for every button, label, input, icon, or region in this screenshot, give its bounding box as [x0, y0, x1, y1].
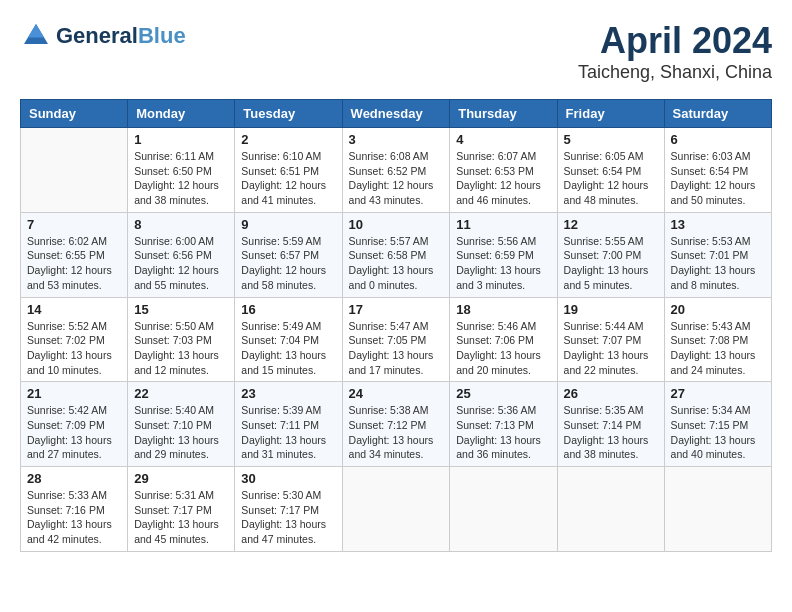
weekday-header: Tuesday: [235, 100, 342, 128]
day-info: Sunrise: 5:33 AMSunset: 7:16 PMDaylight:…: [27, 488, 121, 547]
day-info: Sunrise: 5:34 AMSunset: 7:15 PMDaylight:…: [671, 403, 765, 462]
day-number: 8: [134, 217, 228, 232]
day-info: Sunrise: 5:40 AMSunset: 7:10 PMDaylight:…: [134, 403, 228, 462]
weekday-header: Saturday: [664, 100, 771, 128]
calendar-cell: 24Sunrise: 5:38 AMSunset: 7:12 PMDayligh…: [342, 382, 450, 467]
day-number: 6: [671, 132, 765, 147]
logo-text: GeneralBlue: [56, 24, 186, 48]
day-number: 12: [564, 217, 658, 232]
calendar-week-row: 1Sunrise: 6:11 AMSunset: 6:50 PMDaylight…: [21, 128, 772, 213]
day-info: Sunrise: 5:55 AMSunset: 7:00 PMDaylight:…: [564, 234, 658, 293]
day-number: 27: [671, 386, 765, 401]
day-info: Sunrise: 5:50 AMSunset: 7:03 PMDaylight:…: [134, 319, 228, 378]
day-info: Sunrise: 5:46 AMSunset: 7:06 PMDaylight:…: [456, 319, 550, 378]
weekday-header: Friday: [557, 100, 664, 128]
day-number: 1: [134, 132, 228, 147]
day-info: Sunrise: 6:03 AMSunset: 6:54 PMDaylight:…: [671, 149, 765, 208]
day-info: Sunrise: 5:49 AMSunset: 7:04 PMDaylight:…: [241, 319, 335, 378]
calendar-cell: 20Sunrise: 5:43 AMSunset: 7:08 PMDayligh…: [664, 297, 771, 382]
calendar-week-row: 21Sunrise: 5:42 AMSunset: 7:09 PMDayligh…: [21, 382, 772, 467]
calendar-cell: 11Sunrise: 5:56 AMSunset: 6:59 PMDayligh…: [450, 212, 557, 297]
calendar-cell: 10Sunrise: 5:57 AMSunset: 6:58 PMDayligh…: [342, 212, 450, 297]
day-info: Sunrise: 5:47 AMSunset: 7:05 PMDaylight:…: [349, 319, 444, 378]
calendar-cell: 2Sunrise: 6:10 AMSunset: 6:51 PMDaylight…: [235, 128, 342, 213]
day-number: 15: [134, 302, 228, 317]
day-number: 14: [27, 302, 121, 317]
day-info: Sunrise: 6:11 AMSunset: 6:50 PMDaylight:…: [134, 149, 228, 208]
day-info: Sunrise: 5:42 AMSunset: 7:09 PMDaylight:…: [27, 403, 121, 462]
calendar-cell: [664, 467, 771, 552]
day-info: Sunrise: 5:30 AMSunset: 7:17 PMDaylight:…: [241, 488, 335, 547]
day-number: 4: [456, 132, 550, 147]
calendar-table: SundayMondayTuesdayWednesdayThursdayFrid…: [20, 99, 772, 552]
day-number: 24: [349, 386, 444, 401]
calendar-cell: 17Sunrise: 5:47 AMSunset: 7:05 PMDayligh…: [342, 297, 450, 382]
calendar-cell: 7Sunrise: 6:02 AMSunset: 6:55 PMDaylight…: [21, 212, 128, 297]
day-info: Sunrise: 5:59 AMSunset: 6:57 PMDaylight:…: [241, 234, 335, 293]
day-info: Sunrise: 5:57 AMSunset: 6:58 PMDaylight:…: [349, 234, 444, 293]
calendar-week-row: 28Sunrise: 5:33 AMSunset: 7:16 PMDayligh…: [21, 467, 772, 552]
day-number: 16: [241, 302, 335, 317]
weekday-header: Thursday: [450, 100, 557, 128]
day-info: Sunrise: 5:38 AMSunset: 7:12 PMDaylight:…: [349, 403, 444, 462]
day-info: Sunrise: 5:56 AMSunset: 6:59 PMDaylight:…: [456, 234, 550, 293]
day-number: 28: [27, 471, 121, 486]
day-number: 22: [134, 386, 228, 401]
calendar-cell: 16Sunrise: 5:49 AMSunset: 7:04 PMDayligh…: [235, 297, 342, 382]
day-info: Sunrise: 5:35 AMSunset: 7:14 PMDaylight:…: [564, 403, 658, 462]
calendar-week-row: 7Sunrise: 6:02 AMSunset: 6:55 PMDaylight…: [21, 212, 772, 297]
day-number: 5: [564, 132, 658, 147]
day-number: 26: [564, 386, 658, 401]
weekday-header: Wednesday: [342, 100, 450, 128]
calendar-cell: 12Sunrise: 5:55 AMSunset: 7:00 PMDayligh…: [557, 212, 664, 297]
calendar-cell: 9Sunrise: 5:59 AMSunset: 6:57 PMDaylight…: [235, 212, 342, 297]
calendar-cell: 19Sunrise: 5:44 AMSunset: 7:07 PMDayligh…: [557, 297, 664, 382]
calendar-cell: 3Sunrise: 6:08 AMSunset: 6:52 PMDaylight…: [342, 128, 450, 213]
calendar-cell: 8Sunrise: 6:00 AMSunset: 6:56 PMDaylight…: [128, 212, 235, 297]
day-number: 30: [241, 471, 335, 486]
day-info: Sunrise: 5:31 AMSunset: 7:17 PMDaylight:…: [134, 488, 228, 547]
calendar-cell: 23Sunrise: 5:39 AMSunset: 7:11 PMDayligh…: [235, 382, 342, 467]
day-number: 20: [671, 302, 765, 317]
day-info: Sunrise: 6:10 AMSunset: 6:51 PMDaylight:…: [241, 149, 335, 208]
location-title: Taicheng, Shanxi, China: [578, 62, 772, 83]
logo-icon: [20, 20, 52, 52]
calendar-cell: 5Sunrise: 6:05 AMSunset: 6:54 PMDaylight…: [557, 128, 664, 213]
calendar-cell: 1Sunrise: 6:11 AMSunset: 6:50 PMDaylight…: [128, 128, 235, 213]
day-number: 7: [27, 217, 121, 232]
calendar-cell: 4Sunrise: 6:07 AMSunset: 6:53 PMDaylight…: [450, 128, 557, 213]
day-info: Sunrise: 5:52 AMSunset: 7:02 PMDaylight:…: [27, 319, 121, 378]
calendar-cell: 28Sunrise: 5:33 AMSunset: 7:16 PMDayligh…: [21, 467, 128, 552]
svg-marker-1: [28, 24, 44, 38]
calendar-cell: 21Sunrise: 5:42 AMSunset: 7:09 PMDayligh…: [21, 382, 128, 467]
day-info: Sunrise: 5:44 AMSunset: 7:07 PMDaylight:…: [564, 319, 658, 378]
calendar-cell: 18Sunrise: 5:46 AMSunset: 7:06 PMDayligh…: [450, 297, 557, 382]
calendar-week-row: 14Sunrise: 5:52 AMSunset: 7:02 PMDayligh…: [21, 297, 772, 382]
calendar-cell: 29Sunrise: 5:31 AMSunset: 7:17 PMDayligh…: [128, 467, 235, 552]
day-number: 10: [349, 217, 444, 232]
title-block: April 2024 Taicheng, Shanxi, China: [578, 20, 772, 83]
calendar-cell: 6Sunrise: 6:03 AMSunset: 6:54 PMDaylight…: [664, 128, 771, 213]
calendar-cell: 26Sunrise: 5:35 AMSunset: 7:14 PMDayligh…: [557, 382, 664, 467]
weekday-header: Sunday: [21, 100, 128, 128]
day-number: 19: [564, 302, 658, 317]
calendar-cell: [557, 467, 664, 552]
calendar-cell: 15Sunrise: 5:50 AMSunset: 7:03 PMDayligh…: [128, 297, 235, 382]
day-number: 21: [27, 386, 121, 401]
day-number: 23: [241, 386, 335, 401]
month-title: April 2024: [578, 20, 772, 62]
calendar-cell: 27Sunrise: 5:34 AMSunset: 7:15 PMDayligh…: [664, 382, 771, 467]
calendar-cell: [342, 467, 450, 552]
weekday-header: Monday: [128, 100, 235, 128]
day-number: 18: [456, 302, 550, 317]
day-info: Sunrise: 6:02 AMSunset: 6:55 PMDaylight:…: [27, 234, 121, 293]
day-number: 3: [349, 132, 444, 147]
day-number: 25: [456, 386, 550, 401]
day-number: 9: [241, 217, 335, 232]
logo: GeneralBlue: [20, 20, 186, 52]
day-number: 17: [349, 302, 444, 317]
day-info: Sunrise: 5:53 AMSunset: 7:01 PMDaylight:…: [671, 234, 765, 293]
day-info: Sunrise: 6:05 AMSunset: 6:54 PMDaylight:…: [564, 149, 658, 208]
calendar-cell: 25Sunrise: 5:36 AMSunset: 7:13 PMDayligh…: [450, 382, 557, 467]
calendar-header-row: SundayMondayTuesdayWednesdayThursdayFrid…: [21, 100, 772, 128]
